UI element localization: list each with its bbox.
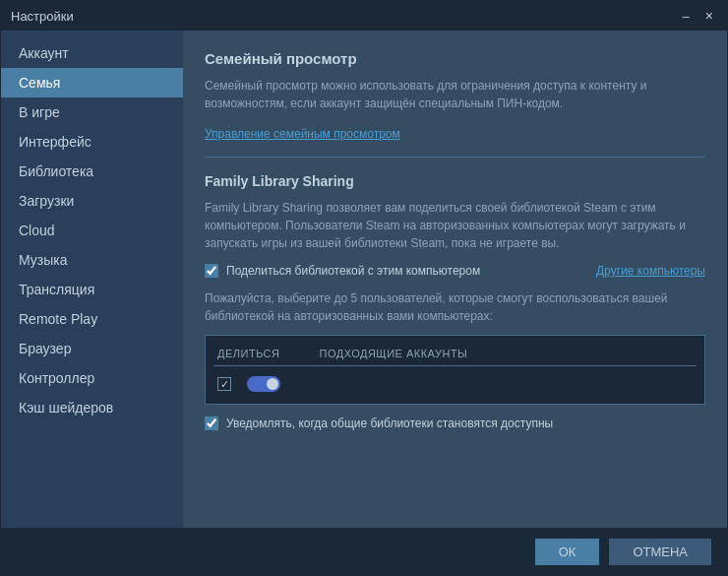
table-row [213, 372, 697, 396]
library-sharing-text: Family Library Sharing позволяет вам под… [205, 199, 705, 252]
content-area: Аккаунт Семья В игре Интерфейс Библиотек… [1, 31, 727, 528]
window-title: Настройки [11, 9, 74, 24]
close-button[interactable]: × [701, 8, 717, 24]
section-divider [205, 157, 705, 158]
settings-window: Настройки – × Аккаунт Семья В игре Интер… [0, 0, 728, 576]
family-view-text: Семейный просмотр можно использовать для… [205, 77, 705, 112]
header-accounts: ПОДХОДЯЩИЕ АККАУНТЫ [320, 348, 468, 359]
sidebar-item-cloud[interactable]: Cloud [1, 216, 183, 245]
sidebar-item-downloads[interactable]: Загрузки [1, 186, 183, 216]
account-checkbox[interactable] [217, 377, 231, 391]
sidebar-item-remoteplay[interactable]: Remote Play [1, 304, 183, 334]
notify-checkbox[interactable] [205, 416, 218, 430]
sidebar-item-family[interactable]: Семья [1, 68, 183, 97]
sidebar: Аккаунт Семья В игре Интерфейс Библиотек… [1, 31, 183, 528]
library-sharing-title: Family Library Sharing [205, 173, 705, 189]
main-content: Семейный просмотр Семейный просмотр можн… [183, 31, 727, 528]
bottom-bar: ОК ОТМЕНА [1, 528, 727, 575]
sidebar-item-account[interactable]: Аккаунт [1, 38, 183, 68]
notify-label: Уведомлять, когда общие библиотеки стано… [226, 416, 553, 430]
share-library-label: Поделиться библиотекой с этим компьютеро… [226, 264, 480, 278]
notify-row: Уведомлять, когда общие библиотеки стано… [205, 416, 705, 430]
share-checkbox-row: Поделиться библиотекой с этим компьютеро… [205, 264, 705, 278]
library-sharing-section: Family Library Sharing Family Library Sh… [205, 173, 705, 430]
sidebar-item-interface[interactable]: Интерфейс [1, 127, 183, 157]
sidebar-item-controller[interactable]: Контроллер [1, 363, 183, 393]
share-library-checkbox[interactable] [205, 264, 218, 278]
account-toggle[interactable] [247, 376, 280, 392]
minimize-icon[interactable]: – [683, 9, 690, 24]
sidebar-item-broadcast[interactable]: Трансляция [1, 275, 183, 304]
share-info-text: Пожалуйста, выберите до 5 пользователей,… [205, 289, 705, 325]
sidebar-item-library[interactable]: Библиотека [1, 157, 183, 186]
other-computers-link[interactable]: Другие компьютеры [596, 264, 705, 278]
accounts-table-header: ДЕЛИТЬСЯ ПОДХОДЯЩИЕ АККАУНТЫ [213, 344, 697, 366]
sidebar-item-music[interactable]: Музыка [1, 245, 183, 275]
family-view-link[interactable]: Управление семейным просмотром [205, 127, 400, 141]
sidebar-item-browser[interactable]: Браузер [1, 334, 183, 363]
title-bar: Настройки – × [1, 1, 727, 31]
ok-button[interactable]: ОК [535, 539, 600, 565]
family-view-title: Семейный просмотр [205, 50, 705, 67]
cancel-button[interactable]: ОТМЕНА [609, 539, 711, 565]
sidebar-item-shadercache[interactable]: Кэш шейдеров [1, 393, 183, 422]
sidebar-item-ingame[interactable]: В игре [1, 97, 183, 127]
accounts-table: ДЕЛИТЬСЯ ПОДХОДЯЩИЕ АККАУНТЫ [205, 335, 705, 405]
family-view-section: Семейный просмотр Семейный просмотр можн… [205, 50, 705, 157]
header-share: ДЕЛИТЬСЯ [217, 348, 280, 359]
